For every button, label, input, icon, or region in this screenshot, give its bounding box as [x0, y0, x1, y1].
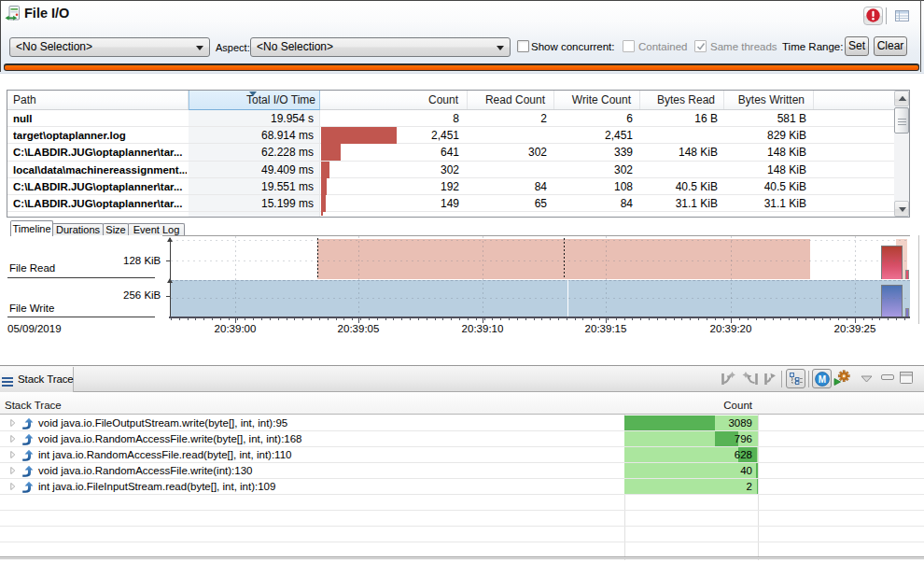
svg-text:M: M: [818, 373, 825, 384]
